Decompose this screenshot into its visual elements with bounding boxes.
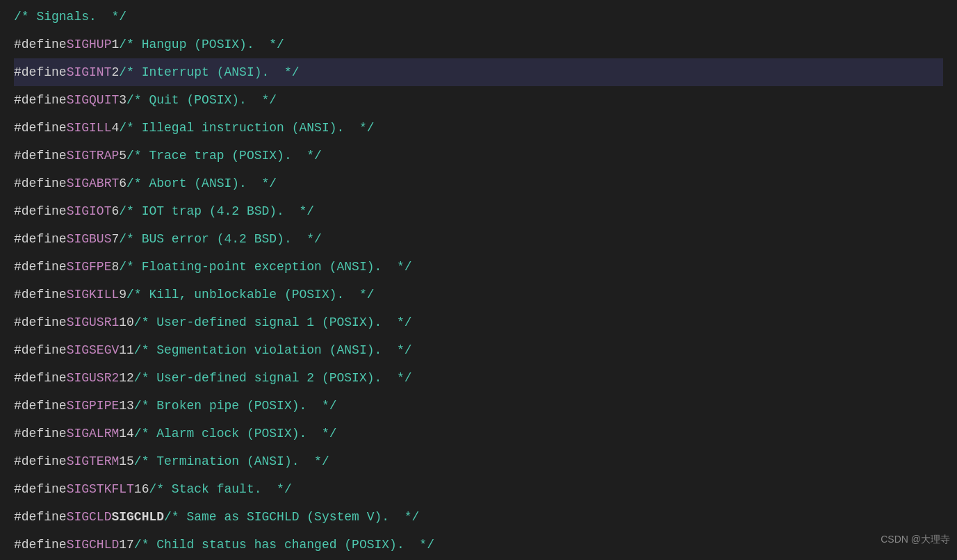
signal-number: 14: [119, 420, 134, 447]
keyword: #define: [14, 225, 67, 253]
code-line-sighup: #define SIGHUP 1 /* Hangup (POSIX). */: [14, 31, 943, 58]
keyword: #define: [14, 86, 67, 114]
comment: /* Quit (POSIX). */: [126, 86, 277, 114]
signal-number: 3: [119, 86, 126, 114]
keyword: #define: [14, 364, 67, 392]
comment: /* Termination (ANSI). */: [134, 447, 329, 475]
keyword: #define: [14, 475, 67, 503]
watermark: CSDN @大理寺: [881, 525, 950, 553]
keyword: #define: [14, 447, 67, 475]
keyword: #define: [14, 197, 67, 225]
signal-name: SIGBUS: [67, 225, 112, 253]
comment: /* Hangup (POSIX). */: [119, 31, 284, 58]
signal-name: SIGABRT: [67, 170, 120, 197]
signal-number: 10: [119, 308, 134, 336]
comment: /* IOT trap (4.2 BSD). */: [119, 197, 314, 225]
code-line-sigsegv: #define SIGSEGV 11 /* Segmentation viola…: [14, 336, 943, 364]
signal-name: SIGTERM: [67, 447, 120, 475]
signal-number: 13: [119, 392, 134, 420]
signal-number: 7: [111, 225, 119, 253]
comment: /* Abort (ANSI). */: [126, 170, 277, 197]
signal-name: SIGQUIT: [67, 86, 120, 114]
signal-name: SIGIOT: [67, 197, 112, 225]
keyword: #define: [14, 531, 67, 559]
comment: /* Alarm clock (POSIX). */: [134, 420, 337, 447]
signal-name: SIGUSR1: [67, 308, 120, 336]
signal-name: SIGSTKFLT: [67, 475, 134, 503]
comment: /* Broken pipe (POSIX). */: [134, 392, 337, 420]
code-line-sigstkflt: #define SIGSTKFLT 16 /* Stack fault. */: [14, 475, 943, 503]
keyword: #define: [14, 253, 67, 281]
code-line-sigcld: #define SIGCLD SIGCHLD /* Same as SIGCHL…: [14, 503, 943, 531]
signal-name: SIGKILL: [67, 281, 120, 308]
keyword: #define: [14, 58, 67, 86]
comment: /* Segmentation violation (ANSI). */: [134, 336, 412, 364]
code-line-sigusr1: #define SIGUSR1 10 /* User-defined signa…: [14, 308, 943, 336]
comment: /* Interrupt (ANSI). */: [119, 58, 299, 86]
code-line-comment-signals: /* Signals. */: [14, 3, 943, 31]
comment: /* Stack fault. */: [149, 475, 291, 503]
signal-number: 4: [111, 114, 119, 142]
comment: /* User-defined signal 1 (POSIX). */: [134, 308, 412, 336]
keyword: #define: [14, 336, 67, 364]
comment: /* Child status has changed (POSIX). */: [134, 531, 434, 559]
code-line-sigpipe: #define SIGPIPE 13 /* Broken pipe (POSIX…: [14, 392, 943, 420]
signal-number: 15: [119, 447, 134, 475]
signal-name: SIGHUP: [67, 31, 112, 58]
keyword: #define: [14, 420, 67, 447]
keyword: #define: [14, 114, 67, 142]
code-line-sigterm: #define SIGTERM 15 /* Termination (ANSI)…: [14, 447, 943, 475]
keyword: #define: [14, 170, 67, 197]
signal-name: SIGCHLD: [67, 531, 120, 559]
signal-name: SIGALRM: [67, 420, 120, 447]
signal-number: 8: [111, 253, 119, 281]
signal-number: 6: [119, 170, 126, 197]
code-block: /* Signals. */#define SIGHUP 1 /* Hangup…: [0, 0, 957, 559]
signal-number: 17: [119, 531, 134, 559]
keyword: #define: [14, 31, 67, 58]
signal-number: 1: [111, 31, 119, 58]
comment: /* BUS error (4.2 BSD). */: [119, 225, 322, 253]
signal-number: 11: [119, 336, 134, 364]
keyword: #define: [14, 308, 67, 336]
code-line-sigquit: #define SIGQUIT 3 /* Quit (POSIX). */: [14, 86, 943, 114]
comment: /* Same as SIGCHLD (System V). */: [164, 503, 419, 531]
signal-name: SIGUSR2: [67, 364, 120, 392]
comment: /* Trace trap (POSIX). */: [126, 142, 322, 170]
signal-name: SIGTRAP: [67, 142, 120, 170]
code-line-sigbus: #define SIGBUS 7 /* BUS error (4.2 BSD).…: [14, 225, 943, 253]
comment-signals-text: /* Signals. */: [14, 3, 126, 31]
code-line-sigtrap: #define SIGTRAP 5 /* Trace trap (POSIX).…: [14, 142, 943, 170]
signal-name: SIGINT: [67, 58, 112, 86]
code-line-sigabrt: #define SIGABRT 6 /* Abort (ANSI). */: [14, 170, 943, 197]
signal-number: 5: [119, 142, 126, 170]
comment: /* Kill, unblockable (POSIX). */: [126, 281, 374, 308]
signal-name: SIGCLD: [67, 503, 112, 531]
code-line-sigalrm: #define SIGALRM 14 /* Alarm clock (POSIX…: [14, 420, 943, 447]
code-line-sigusr2: #define SIGUSR2 12 /* User-defined signa…: [14, 364, 943, 392]
code-line-sigill: #define SIGILL 4 /* Illegal instruction …: [14, 114, 943, 142]
code-line-sigint: #define SIGINT 2 /* Interrupt (ANSI). */: [14, 58, 943, 86]
keyword: #define: [14, 392, 67, 420]
comment: /* Illegal instruction (ANSI). */: [119, 114, 374, 142]
keyword: #define: [14, 281, 67, 308]
code-line-sigiot: #define SIGIOT 6 /* IOT trap (4.2 BSD). …: [14, 197, 943, 225]
signal-number: 6: [111, 197, 119, 225]
signal-number: 16: [134, 475, 149, 503]
code-line-sigkill: #define SIGKILL 9 /* Kill, unblockable (…: [14, 281, 943, 308]
signal-name: SIGFPE: [67, 253, 112, 281]
signal-name: SIGILL: [67, 114, 112, 142]
code-line-sigfpe: #define SIGFPE 8 /* Floating-point excep…: [14, 253, 943, 281]
signal-name: SIGSEGV: [67, 336, 120, 364]
alias-name: SIGCHLD: [111, 503, 164, 531]
signal-number: 12: [119, 364, 134, 392]
comment: /* User-defined signal 2 (POSIX). */: [134, 364, 412, 392]
code-line-sigchld: #define SIGCHLD 17 /* Child status has c…: [14, 531, 943, 559]
signal-name: SIGPIPE: [67, 392, 120, 420]
comment: /* Floating-point exception (ANSI). */: [119, 253, 411, 281]
keyword: #define: [14, 503, 67, 531]
signal-number: 2: [111, 58, 119, 86]
keyword: #define: [14, 142, 67, 170]
signal-number: 9: [119, 281, 126, 308]
